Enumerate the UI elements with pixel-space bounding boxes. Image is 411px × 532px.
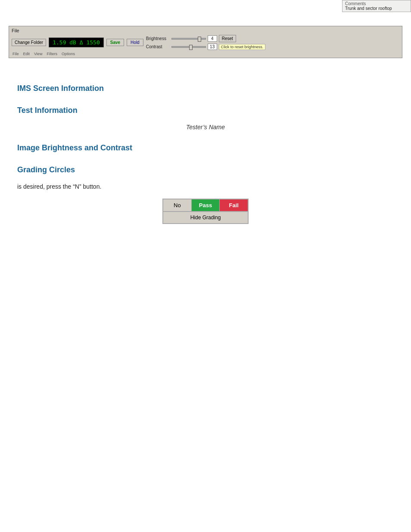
change-folder-button[interactable]: Change Folder: [12, 39, 46, 46]
sliders-section: Brightness 4 Reset Contrast 13 Click to …: [146, 35, 266, 50]
tester-name: Tester’s Name: [17, 124, 394, 131]
contrast-control: Contrast 13 Click to reset brightness.: [146, 44, 266, 50]
brightness-section-title: Image Brightness and Contrast: [17, 143, 394, 152]
brightness-slider-track[interactable]: [171, 38, 206, 40]
test-section-title: Test Information: [17, 106, 394, 115]
toolbar: File Change Folder 1.59 dB Δ 1550 Save H…: [9, 26, 402, 58]
save-button[interactable]: Save: [106, 39, 124, 46]
brightness-value: 4: [208, 35, 217, 42]
grading-buttons-row: No Pass Fail: [162, 199, 249, 212]
body-text: is desired, press the “N” button.: [17, 183, 394, 190]
comment-label: Comments: [345, 1, 408, 6]
bottom-label-file: File: [12, 52, 19, 56]
ims-section-title: IMS Screen Information: [17, 84, 394, 93]
hold-button[interactable]: Hold: [127, 39, 143, 46]
reset-tooltip: Click to reset brightness.: [219, 44, 266, 50]
comment-panel: Comments Trunk and sector rooftop: [342, 0, 411, 12]
bottom-label-view: View: [34, 52, 42, 56]
contrast-slider-thumb[interactable]: [189, 45, 193, 50]
fail-button[interactable]: Fail: [220, 199, 248, 211]
db-display: 1.59 dB Δ 1550: [49, 37, 104, 47]
file-label: File: [12, 28, 399, 33]
reset-brightness-button[interactable]: Reset: [219, 35, 236, 42]
no-button[interactable]: No: [163, 199, 192, 211]
location-text: Trunk and sector rooftop: [345, 6, 408, 11]
contrast-label: Contrast: [146, 44, 170, 49]
brightness-slider-thumb[interactable]: [198, 37, 201, 42]
grading-section-title: Grading Circles: [17, 165, 394, 174]
contrast-value: 13: [208, 44, 217, 50]
bottom-label-edit: Edit: [23, 52, 30, 56]
bottom-label-filters: Filters: [47, 52, 57, 56]
grading-panel: No Pass Fail Hide Grading: [162, 199, 249, 224]
hide-grading-button[interactable]: Hide Grading: [163, 212, 248, 223]
brightness-label: Brightness: [146, 36, 170, 41]
contrast-slider-track[interactable]: [171, 46, 206, 48]
grading-hide-row: Hide Grading: [162, 212, 249, 224]
main-content: IMS Screen Information Test Information …: [0, 62, 411, 241]
toolbar-bottom-labels: File Edit View Filters Options: [12, 52, 399, 56]
pass-button[interactable]: Pass: [192, 199, 220, 211]
bottom-label-options: Options: [62, 52, 75, 56]
brightness-control: Brightness 4 Reset: [146, 35, 266, 42]
